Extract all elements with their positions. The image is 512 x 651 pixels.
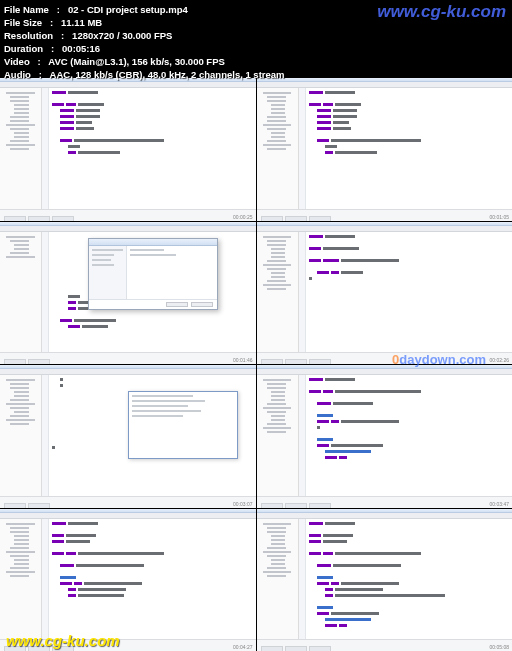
line-gutter [299,88,306,209]
servers-tab[interactable] [309,503,331,508]
console-tab[interactable] [4,359,26,364]
info-row-video: Video : AVC (Main@L3.1), 156 kb/s, 30.00… [4,55,285,68]
info-row-resolution: Resolution : 1280x720 / 30.000 FPS [4,29,285,42]
watermark-mid: 0daydown.com [392,352,486,367]
problems-tab[interactable] [28,503,50,508]
info-row-filename: File Name : 02 - CDI project setup.mp4 [4,3,285,16]
thumbnail-2[interactable]: 00:01:05 [257,78,513,221]
media-info-panel: File Name : 02 - CDI project setup.mp4 F… [4,3,285,81]
problems-tab[interactable] [28,359,50,364]
line-gutter [42,232,49,353]
autocomplete-popup[interactable] [128,391,238,459]
code-editor[interactable] [299,88,513,209]
line-gutter [299,375,306,496]
line-gutter [42,375,49,496]
servers-tab[interactable] [309,359,331,364]
problems-tab[interactable] [285,503,307,508]
thumbnail-1[interactable]: 00:00:25 [0,78,256,221]
line-gutter [299,232,306,353]
timestamp: 00:00:25 [233,214,252,220]
project-explorer[interactable] [257,232,299,353]
servers-tab[interactable] [52,216,74,221]
thumbnail-5[interactable]: 00:03:07 [0,365,256,508]
properties-dialog[interactable] [88,238,218,310]
thumbnail-6[interactable]: 00:03:47 [257,365,513,508]
console-tab[interactable] [261,359,283,364]
cancel-button[interactable] [191,302,213,307]
problems-tab[interactable] [28,216,50,221]
project-explorer[interactable] [0,88,42,209]
ok-button[interactable] [166,302,188,307]
code-editor[interactable] [299,232,513,353]
project-explorer[interactable] [257,519,299,640]
problems-tab[interactable] [285,646,307,651]
servers-tab[interactable] [309,646,331,651]
problems-tab[interactable] [285,359,307,364]
timestamp: 00:01:46 [233,357,252,363]
project-explorer[interactable] [0,375,42,496]
servers-tab[interactable] [309,216,331,221]
timestamp: 00:03:47 [490,501,509,507]
thumbnail-3[interactable]: 00:01:46 [0,222,256,365]
thumbnail-7[interactable]: 00:04:27 [0,509,256,652]
timestamp: 00:04:27 [233,644,252,650]
timestamp: 00:05:08 [490,644,509,650]
code-editor[interactable] [42,375,256,496]
watermark-top: www.cg-ku.com [377,2,506,22]
code-editor[interactable] [42,232,256,353]
code-editor[interactable] [299,519,513,640]
dialog-content[interactable] [127,246,217,299]
project-explorer[interactable] [0,232,42,353]
console-tab[interactable] [261,503,283,508]
project-explorer[interactable] [257,375,299,496]
project-explorer[interactable] [257,88,299,209]
code-editor[interactable] [42,88,256,209]
line-gutter [299,519,306,640]
line-gutter [42,88,49,209]
code-editor[interactable] [42,519,256,640]
console-tab[interactable] [4,503,26,508]
info-row-duration: Duration : 00:05:16 [4,42,285,55]
code-editor[interactable] [299,375,513,496]
thumbnail-8[interactable]: 00:05:08 [257,509,513,652]
info-row-audio: Audio : AAC, 128 kb/s (CBR), 48.0 kHz, 2… [4,68,285,81]
problems-tab[interactable] [285,216,307,221]
dialog-tree[interactable] [89,246,127,299]
timestamp: 00:01:05 [490,214,509,220]
thumbnail-4[interactable]: 00:02:26 [257,222,513,365]
timestamp: 00:02:26 [490,357,509,363]
console-tab[interactable] [261,216,283,221]
watermark-bottom: www.cg-ku.com [6,632,120,649]
info-row-filesize: File Size : 11.11 MB [4,16,285,29]
console-tab[interactable] [4,216,26,221]
console-tab[interactable] [261,646,283,651]
project-explorer[interactable] [0,519,42,640]
dialog-titlebar [89,239,217,246]
timestamp: 00:03:07 [233,501,252,507]
line-gutter [42,519,49,640]
